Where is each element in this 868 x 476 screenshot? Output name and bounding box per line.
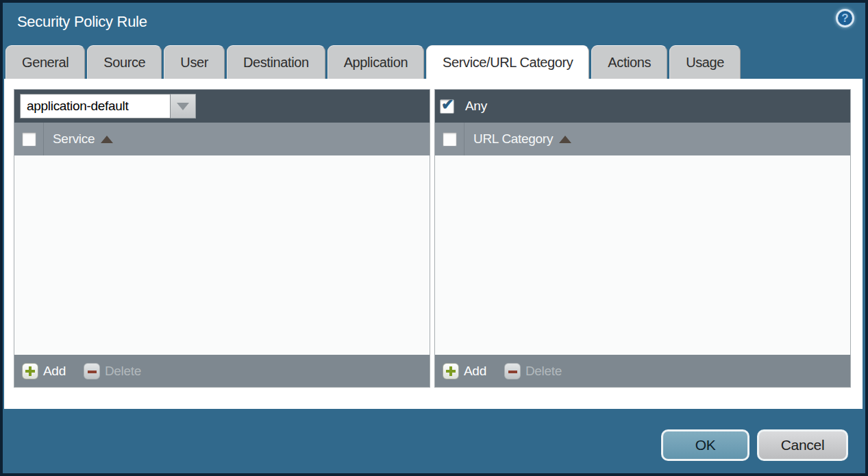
dialog-title: Security Policy Rule xyxy=(17,13,147,31)
service-panel: application-default Service xyxy=(14,89,430,388)
url-category-header-label-cell: URL Category xyxy=(464,123,571,155)
service-add-button[interactable]: Add xyxy=(22,363,66,379)
service-select-all-checkbox[interactable] xyxy=(22,132,36,147)
tab-actions[interactable]: Actions xyxy=(591,45,667,79)
security-policy-rule-dialog: Security Policy Rule ? GeneralSourceUser… xyxy=(0,0,868,476)
add-button-label: Add xyxy=(43,364,66,379)
url-category-select-all-checkbox[interactable] xyxy=(443,132,457,147)
tab-service-url-category[interactable]: Service/URL Category xyxy=(426,45,589,79)
url-category-delete-button[interactable]: Delete xyxy=(504,363,562,379)
any-checkbox-label[interactable]: Any xyxy=(465,99,487,114)
tab-general[interactable]: General xyxy=(5,45,85,79)
url-category-panel-footer: Add Delete xyxy=(435,355,850,387)
delete-button-label: Delete xyxy=(105,364,141,379)
help-icon[interactable]: ? xyxy=(836,9,854,27)
url-category-panel-toolbar: Any xyxy=(435,90,850,123)
tab-destination[interactable]: Destination xyxy=(227,45,325,79)
url-category-table-body[interactable] xyxy=(435,155,850,355)
tab-bar: GeneralSourceUserDestinationApplicationS… xyxy=(5,45,741,79)
any-checkbox[interactable] xyxy=(440,99,454,114)
service-table-body[interactable] xyxy=(14,155,430,355)
service-type-value[interactable]: application-default xyxy=(20,94,171,118)
url-category-table-header: URL Category xyxy=(435,123,850,155)
add-button-label: Add xyxy=(464,364,486,379)
service-header-checkbox-cell xyxy=(14,123,44,155)
service-type-dropdown[interactable]: application-default xyxy=(20,94,196,118)
ok-button[interactable]: OK xyxy=(661,429,749,461)
url-category-column-header[interactable]: URL Category xyxy=(473,131,553,147)
sort-ascending-icon[interactable] xyxy=(101,136,113,143)
service-table-header: Service xyxy=(14,123,430,155)
add-plus-icon xyxy=(443,363,459,379)
tab-content-area: application-default Service xyxy=(4,79,863,409)
cancel-button[interactable]: Cancel xyxy=(757,429,848,461)
delete-minus-icon xyxy=(84,363,100,379)
tab-user[interactable]: User xyxy=(164,45,225,79)
service-panel-toolbar: application-default xyxy=(14,90,430,123)
service-panel-footer: Add Delete xyxy=(14,355,430,387)
delete-minus-icon xyxy=(504,363,521,379)
sort-ascending-icon[interactable] xyxy=(559,136,571,143)
service-header-label-cell: Service xyxy=(44,123,113,155)
url-category-header-checkbox-cell xyxy=(435,123,464,155)
delete-button-label: Delete xyxy=(525,364,562,379)
tab-source[interactable]: Source xyxy=(87,45,162,79)
tab-application[interactable]: Application xyxy=(327,45,424,79)
add-plus-icon xyxy=(22,363,38,379)
service-type-dropdown-button[interactable] xyxy=(171,94,196,118)
service-column-header[interactable]: Service xyxy=(53,131,95,147)
url-category-panel: Any URL Category Add Delete xyxy=(434,89,851,388)
url-category-add-button[interactable]: Add xyxy=(443,363,486,379)
tab-usage[interactable]: Usage xyxy=(669,45,741,79)
service-delete-button[interactable]: Delete xyxy=(84,363,141,379)
chevron-down-icon xyxy=(177,103,189,110)
